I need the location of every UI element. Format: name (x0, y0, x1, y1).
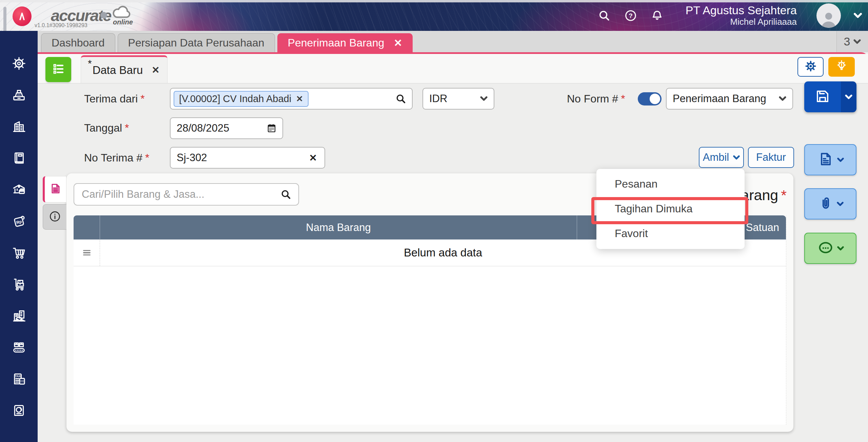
tanggal-field[interactable] (170, 117, 283, 139)
toggle-knob (650, 94, 660, 104)
settings-gear-icon (11, 56, 27, 73)
faktur-button[interactable]: Faktur (748, 147, 794, 168)
menu-item-favorit[interactable]: Favorit (596, 221, 745, 246)
search-icon[interactable] (597, 9, 611, 22)
info-icon (48, 210, 61, 224)
record-list-button[interactable] (45, 57, 71, 82)
item-search-input[interactable] (74, 188, 298, 200)
no-terima-field[interactable]: ✕ (170, 147, 325, 169)
sidebar-item-purchase[interactable] (11, 245, 27, 262)
more-actions-button[interactable] (804, 233, 856, 264)
save-split-button[interactable] (804, 81, 856, 112)
report-document-icon (11, 403, 27, 420)
sidebar-item-bank[interactable] (11, 182, 27, 198)
content-panel: * Data Baru ✕ Terima dari* [V.00002] CV … (38, 52, 868, 442)
tab-data-baru[interactable]: * Data Baru ✕ (81, 55, 167, 83)
tab-persiapan-data-perusahaan[interactable]: Persiapan Data Perusahaan (118, 33, 275, 52)
tanggal-input[interactable] (171, 122, 282, 134)
ledger-book-icon (11, 150, 27, 167)
tab-penerimaan-barang[interactable]: Penerimaan Barang ✕ (277, 33, 413, 52)
no-form-label: No Form #* (567, 93, 625, 105)
paperclip-icon (817, 195, 834, 213)
item-search-box[interactable] (74, 183, 299, 206)
print-document-button[interactable] (804, 144, 856, 175)
price-tag-rp-icon: Rp (11, 213, 27, 230)
list-icon (51, 62, 65, 77)
form-type-value: Penerimaan Barang (673, 93, 766, 105)
accurate-logo-icon (13, 6, 32, 26)
highlight-annotation-box (591, 197, 748, 224)
avatar[interactable] (816, 3, 841, 28)
sidebar-item-settings[interactable] (11, 56, 27, 72)
save-options-button[interactable] (841, 81, 856, 112)
attachment-button[interactable] (804, 188, 856, 219)
office-building-icon (11, 119, 27, 136)
calendar-icon[interactable] (266, 123, 277, 134)
chevron-down-icon (837, 202, 844, 206)
more-ellipsis-icon (817, 239, 834, 258)
terima-dari-field[interactable]: [V.00002] CV Indah Abadi ✕ (170, 88, 413, 110)
chevron-down-icon (779, 96, 786, 101)
drag-column-header (74, 215, 100, 239)
top-header: accurate online v1.0.1#3090-1998293 ? PT… (0, 0, 868, 31)
ambil-button[interactable]: Ambil (699, 147, 744, 168)
sidebar-item-company[interactable] (11, 119, 27, 135)
remove-vendor-icon[interactable]: ✕ (296, 94, 303, 104)
sidebar-item-ledger[interactable] (11, 151, 27, 167)
document-lines-icon (49, 182, 62, 197)
svg-text:TAX: TAX (15, 374, 21, 378)
app-window: accurate online v1.0.1#3090-1998293 ? PT… (0, 0, 868, 442)
sidebar-item-production[interactable] (11, 340, 27, 356)
search-icon[interactable] (280, 189, 292, 200)
brand-tagline: online (113, 18, 133, 26)
sidebar-item-cashier[interactable] (11, 88, 27, 104)
sidebar-item-asset[interactable] (11, 308, 27, 325)
vendor-chip[interactable]: [V.00002] CV Indah Abadi ✕ (174, 91, 309, 107)
svg-text:Rp: Rp (16, 219, 22, 225)
decorative-dot (100, 12, 107, 19)
sidebar-item-inventory[interactable] (11, 277, 27, 293)
main-tab-bar: Dashboard Persiapan Data Perusahaan Pene… (38, 31, 868, 52)
no-form-toggle[interactable] (638, 92, 662, 105)
account-info[interactable]: PT Agustus Sejahtera Michel Apriliaaaa (686, 4, 797, 27)
chevron-down-icon (837, 158, 844, 162)
chevron-down-icon (845, 95, 852, 99)
lightbulb-icon (835, 59, 848, 74)
shopping-cart-icon (11, 245, 27, 262)
terima-dari-label: Terima dari* (84, 93, 145, 105)
menu-item-pesanan[interactable]: Pesanan (596, 172, 745, 196)
bank-icon (11, 182, 27, 199)
save-floppy-icon (814, 88, 831, 107)
detail-tab-items[interactable] (43, 176, 66, 203)
clear-input-icon[interactable]: ✕ (309, 152, 317, 164)
close-tab-icon[interactable]: ✕ (394, 37, 402, 49)
help-icon[interactable]: ? (624, 9, 637, 22)
tanggal-label: Tanggal* (84, 122, 129, 134)
chevron-down-icon (733, 155, 740, 160)
unsaved-marker: * (88, 58, 92, 69)
close-icon[interactable]: ✕ (152, 64, 159, 76)
save-button[interactable] (804, 81, 841, 112)
sidebar-nav: Rp TAX (0, 31, 38, 442)
form-type-select[interactable]: Penerimaan Barang (666, 88, 793, 110)
no-terima-input[interactable] (171, 152, 324, 164)
tips-button[interactable] (828, 57, 855, 77)
currency-value: IDR (429, 93, 447, 105)
tab-overflow-dropdown[interactable]: 3 (836, 31, 868, 52)
notifications-bell-icon[interactable] (650, 9, 664, 22)
doc-tab-label: Data Baru (93, 64, 143, 77)
search-vendor-icon[interactable] (395, 93, 407, 104)
tab-dashboard[interactable]: Dashboard (41, 33, 115, 52)
sidebar-item-reports[interactable] (11, 403, 27, 419)
column-header-nama-barang[interactable]: Nama Barang (100, 215, 577, 239)
drag-handle-icon[interactable] (74, 239, 100, 266)
sidebar-item-sales[interactable]: Rp (11, 214, 27, 230)
vendor-chip-label: [V.00002] CV Indah Abadi (179, 93, 291, 104)
detail-tab-info[interactable] (43, 204, 66, 230)
form-settings-button[interactable] (797, 57, 824, 77)
chevron-down-icon (853, 39, 861, 44)
asset-vehicle-icon (11, 308, 27, 325)
sidebar-item-tax[interactable]: TAX (11, 371, 27, 388)
chevron-down-icon[interactable] (854, 13, 862, 18)
currency-select[interactable]: IDR (422, 88, 494, 110)
